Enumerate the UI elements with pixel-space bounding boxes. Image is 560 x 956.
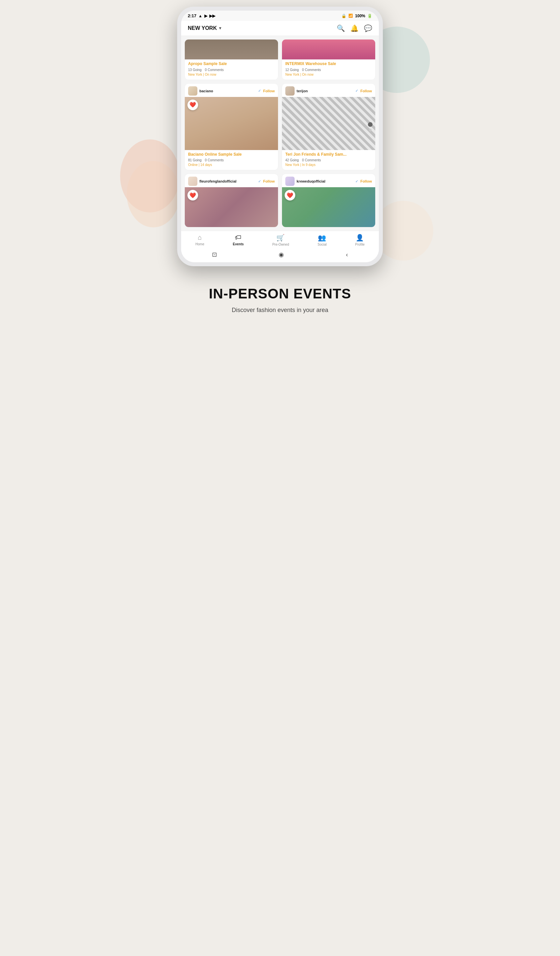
device-inner: 2:17 ▲ ▶ ▶▶ 🔒 📶 100% 🔋 NEW YORK ▼: [181, 11, 379, 262]
seller-row-krewe: kreweduqofficial ✓ Follow: [282, 174, 375, 187]
event-card-fleur[interactable]: fleurofenglandofficial ✓ Follow ❤️: [184, 174, 278, 227]
time-display: 2:17: [188, 13, 196, 18]
bottom-nav: ⌂ Home 🏷 Events 🛒 Pre-Owned 👥 Social 👤: [181, 231, 379, 248]
chat-icon[interactable]: 💬: [364, 24, 372, 32]
follow-button-baciano[interactable]: Follow: [263, 89, 275, 93]
play-icon: ▶: [204, 14, 207, 18]
seller-row-terijon: terijon ✓ Follow: [282, 83, 375, 97]
nav-back-icon[interactable]: ‹: [346, 251, 348, 258]
nav-home-icon[interactable]: ◉: [279, 251, 284, 258]
system-nav: ⊡ ◉ ‹: [181, 248, 379, 262]
seller-name-baciano: baciano: [199, 89, 256, 93]
verified-icon-baciano: ✓: [258, 89, 261, 93]
nav-label-profile: Profile: [355, 243, 365, 246]
promo-title: IN-PERSON EVENTS: [209, 286, 351, 301]
status-right: 🔒 📶 100% 🔋: [341, 14, 372, 18]
baciano-comments: 0 Comments: [205, 158, 224, 162]
battery-icon: 🔋: [367, 14, 372, 18]
charity-badge-krewe: ❤️: [285, 190, 295, 200]
card-info-intermix: INTERMIX Warehouse Sale 12 Going 0 Comme…: [282, 60, 375, 80]
seller-name-krewe: kreweduqofficial: [296, 179, 353, 183]
header-icons: 🔍 🔔 💬: [337, 24, 372, 32]
forward-icon: ▶▶: [209, 14, 215, 18]
card-info-terijon: Teri Jon Friends & Family Sam... 42 Goin…: [282, 150, 375, 170]
card-info-apropo: Apropo Sample Sale 13 Going 0 Comments N…: [185, 60, 278, 80]
charity-badge-fleur: ❤️: [187, 190, 198, 200]
follow-button-fleur[interactable]: Follow: [263, 179, 275, 183]
scroll-thumb-inactive: [369, 129, 372, 131]
card-stats-apropo: 13 Going 0 Comments: [188, 68, 275, 72]
nav-label-events: Events: [233, 242, 244, 246]
nav-recent-icon[interactable]: ⊡: [212, 251, 217, 258]
nav-item-home[interactable]: ⌂ Home: [195, 234, 204, 246]
card-location-intermix: New York | On now: [285, 73, 372, 76]
card-image-baciano: ❤️: [185, 97, 278, 150]
card-title-terijon: Teri Jon Friends & Family Sam...: [285, 152, 372, 157]
card-image-apropo: [185, 39, 278, 60]
nav-item-events[interactable]: 🏷 Events: [233, 234, 244, 246]
profile-icon: 👤: [356, 234, 364, 242]
seller-row-fleur: fleurofenglandofficial ✓ Follow: [185, 174, 278, 187]
terijon-going: 42 Going: [285, 158, 299, 162]
social-icon: 👥: [318, 234, 326, 242]
nav-label-home: Home: [195, 242, 204, 246]
card-location-apropo: New York | On now: [188, 73, 275, 76]
promo-subtitle: Discover fashion events in your area: [209, 307, 351, 314]
warning-icon: ▲: [198, 14, 202, 18]
follow-button-krewe[interactable]: Follow: [360, 179, 372, 183]
card-image-terijon: [282, 97, 375, 150]
page-wrapper: 2:17 ▲ ▶ ▶▶ 🔒 📶 100% 🔋 NEW YORK ▼: [140, 7, 420, 327]
nav-item-preowned[interactable]: 🛒 Pre-Owned: [272, 234, 289, 246]
search-icon[interactable]: 🔍: [337, 24, 345, 32]
content-area: Apropo Sample Sale 13 Going 0 Comments N…: [181, 36, 379, 231]
seller-avatar-fleur: [188, 177, 198, 186]
verified-icon-terijon: ✓: [355, 89, 358, 93]
event-card-intermix[interactable]: INTERMIX Warehouse Sale 12 Going 0 Comme…: [282, 39, 375, 80]
event-card-terijon[interactable]: terijon ✓ Follow Teri Jon Friends & Fami…: [282, 83, 375, 171]
location-text: NEW YORK: [188, 25, 217, 31]
event-card-baciano[interactable]: baciano ✓ Follow ❤️ Baciano Online Sampl…: [184, 83, 278, 171]
apropo-comments: 0 Comments: [205, 68, 224, 72]
card-title-apropo: Apropo Sample Sale: [188, 61, 275, 67]
card-title-intermix: INTERMIX Warehouse Sale: [285, 61, 372, 67]
seller-avatar-terijon: [285, 86, 295, 96]
card-stats-intermix: 12 Going 0 Comments: [285, 68, 372, 72]
nav-label-social: Social: [317, 243, 326, 246]
card-image-fleur: ❤️: [185, 187, 278, 227]
nav-item-social[interactable]: 👥 Social: [317, 234, 326, 246]
nav-item-profile[interactable]: 👤 Profile: [355, 234, 365, 246]
charity-badge-baciano: ❤️: [187, 99, 198, 110]
card-stats-terijon: 42 Going 0 Comments: [285, 158, 372, 162]
seller-avatar-baciano: [188, 86, 198, 96]
seller-avatar-krewe: [285, 177, 295, 186]
card-info-baciano: Baciano Online Sample Sale 81 Going 0 Co…: [185, 150, 278, 170]
seller-name-fleur: fleurofenglandofficial: [199, 179, 256, 183]
chevron-down-icon: ▼: [218, 26, 222, 30]
scroll-thumb-active: [368, 122, 373, 127]
verified-icon-fleur: ✓: [258, 179, 261, 184]
wifi-icon: 📶: [348, 14, 353, 18]
seller-row-baciano: baciano ✓ Follow: [185, 83, 278, 97]
verified-icon-krewe: ✓: [355, 179, 358, 184]
device: 2:17 ▲ ▶ ▶▶ 🔒 📶 100% 🔋 NEW YORK ▼: [177, 7, 383, 266]
promo-section: IN-PERSON EVENTS Discover fashion events…: [202, 266, 358, 327]
events-grid: Apropo Sample Sale 13 Going 0 Comments N…: [184, 39, 375, 227]
card-location-baciano: Online | 14 days: [188, 163, 275, 167]
event-card-apropo[interactable]: Apropo Sample Sale 13 Going 0 Comments N…: [184, 39, 278, 80]
app-header: NEW YORK ▼ 🔍 🔔 💬: [181, 21, 379, 36]
location-selector[interactable]: NEW YORK ▼: [188, 25, 222, 31]
scroll-indicator: [368, 122, 373, 131]
lock-icon: 🔒: [341, 14, 347, 18]
card-title-baciano: Baciano Online Sample Sale: [188, 152, 275, 157]
event-card-krewe[interactable]: kreweduqofficial ✓ Follow ❤️: [282, 174, 375, 227]
intermix-comments: 0 Comments: [302, 68, 321, 72]
follow-button-terijon[interactable]: Follow: [360, 89, 372, 93]
status-bar: 2:17 ▲ ▶ ▶▶ 🔒 📶 100% 🔋: [181, 11, 379, 21]
blob-peach: [127, 161, 180, 227]
status-left: 2:17 ▲ ▶ ▶▶: [188, 13, 215, 18]
bell-icon[interactable]: 🔔: [350, 24, 359, 32]
intermix-going: 12 Going: [285, 68, 299, 72]
home-icon: ⌂: [198, 234, 202, 241]
terijon-comments: 0 Comments: [302, 158, 321, 162]
nav-label-preowned: Pre-Owned: [272, 243, 289, 246]
